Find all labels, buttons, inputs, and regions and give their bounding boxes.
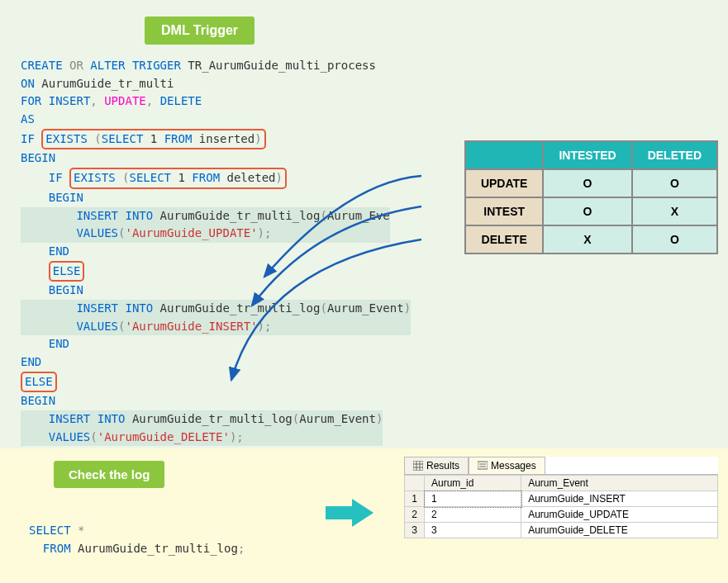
kw-if2: IF bbox=[49, 171, 63, 184]
svg-marker-1 bbox=[326, 499, 374, 527]
truth-row-delete: DELETE X O bbox=[465, 225, 717, 254]
kw-trigger: TRIGGER bbox=[132, 59, 181, 72]
kw-insert: INSERT bbox=[49, 94, 91, 107]
dim-insert-block: INSERT INTO AurumGuide_tr_multi_log(Auru… bbox=[21, 300, 411, 335]
kw-for: FOR bbox=[21, 94, 41, 107]
kw-create: CREATE bbox=[21, 59, 63, 72]
kw-or: OR bbox=[69, 59, 83, 72]
results-tabs: Results Messages bbox=[404, 457, 718, 475]
svg-rect-2 bbox=[413, 461, 423, 471]
dml-trigger-badge: DML Trigger bbox=[145, 17, 255, 45]
kw-alter: ALTER bbox=[90, 59, 125, 72]
kw-begin3: BEGIN bbox=[49, 283, 83, 296]
sql-code-block: CREATE OR ALTER TRIGGER TR_AurumGuide_mu… bbox=[21, 57, 707, 464]
trigger-name: TR_AurumGuide_multi_process bbox=[188, 59, 376, 72]
grid-header-row: Aurum_id Aurum_Event bbox=[405, 476, 718, 491]
grid-icon bbox=[413, 461, 423, 471]
message-icon bbox=[478, 461, 488, 471]
kw-update: UPDATE bbox=[104, 94, 146, 107]
big-arrow-icon bbox=[326, 496, 375, 529]
kw-end2: END bbox=[49, 244, 69, 258]
highlight-else-outer: ELSE bbox=[21, 372, 57, 393]
kw-end3: END bbox=[49, 337, 69, 350]
truth-hdr-intested: INTESTED bbox=[543, 141, 631, 169]
lower-panel: Check the log SELECT * FROM AurumGuide_t… bbox=[0, 448, 728, 583]
kw-begin1: BEGIN bbox=[21, 151, 55, 164]
kw-delete: DELETE bbox=[160, 94, 202, 107]
results-pane: Results Messages Aurum_id Aurum_Event 1 … bbox=[404, 457, 718, 538]
kw-end1: END bbox=[21, 355, 41, 368]
dim-update-block: INSERT INTO AurumGuide_tr_multi_log(Auru… bbox=[21, 207, 390, 243]
kw-on: ON bbox=[21, 77, 35, 90]
grid-row: 2 2 AurumGuide_UPDATE bbox=[405, 507, 718, 523]
kw-if1: IF bbox=[21, 132, 35, 145]
truth-blank-header bbox=[465, 141, 544, 169]
table-name: AurumGuide_tr_multi bbox=[41, 77, 174, 90]
grid-row: 3 3 AurumGuide_DELETE bbox=[405, 523, 718, 538]
highlight-exists-deleted: EXISTS (SELECT 1 FROM deleted) bbox=[69, 168, 287, 189]
rownum-header bbox=[405, 476, 425, 491]
col-aurum-id: Aurum_id bbox=[425, 476, 521, 491]
col-aurum-event: Aurum_Event bbox=[521, 476, 718, 491]
truth-row-update: UPDATE O O bbox=[465, 169, 717, 197]
dim-delete-block: INSERT INTO AurumGuide_tr_multi_log(Auru… bbox=[21, 410, 383, 446]
kw-begin2: BEGIN bbox=[49, 191, 83, 204]
results-grid: Aurum_id Aurum_Event 1 1 AurumGuide_INSE… bbox=[404, 475, 718, 538]
truth-table: INTESTED DELETED UPDATE O O INTEST O X D… bbox=[464, 140, 718, 254]
messages-tab[interactable]: Messages bbox=[469, 457, 545, 474]
results-tab[interactable]: Results bbox=[404, 457, 469, 474]
kw-as: AS bbox=[21, 112, 35, 126]
kw-begin4: BEGIN bbox=[21, 394, 55, 407]
upper-panel: DML Trigger CREATE OR ALTER TRIGGER TR_A… bbox=[0, 0, 728, 448]
highlight-else-inner: ELSE bbox=[49, 261, 85, 282]
check-log-badge: Check the log bbox=[54, 461, 164, 488]
highlight-exists-inserted: EXISTS (SELECT 1 FROM inserted) bbox=[41, 129, 265, 150]
grid-row: 1 1 AurumGuide_INSERT bbox=[405, 491, 718, 507]
svg-rect-7 bbox=[478, 462, 488, 469]
truth-hdr-deleted: DELETED bbox=[632, 141, 717, 169]
truth-row-intest: INTEST O X bbox=[465, 197, 717, 225]
